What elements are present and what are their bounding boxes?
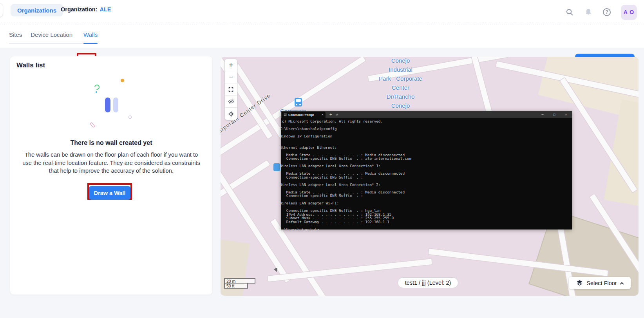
map-controls: + −: [224, 59, 237, 120]
draw-a-wall-button[interactable]: Draw a Wall: [89, 186, 130, 200]
bus-stop-icon: [295, 98, 302, 107]
terminal-window-controls: ─ □ ✕: [537, 111, 572, 118]
organizations-button[interactable]: Organizations: [11, 4, 63, 16]
walls-list-panel: Walls list There is no wall created yet …: [10, 56, 213, 295]
illustration-green-swirl: [93, 83, 100, 90]
locate-button[interactable]: [225, 108, 237, 120]
tab-walls[interactable]: Walls: [83, 29, 98, 43]
zoom-in-button[interactable]: +: [225, 59, 237, 71]
tab-close-icon: ✕: [321, 113, 324, 116]
new-tab-icon: +: [329, 112, 332, 117]
tab-sites[interactable]: Sites: [9, 29, 22, 43]
terminal-output: (c) Microsoft Corporation. All rights re…: [281, 118, 572, 229]
terminal-titlebar: Command Prompt ✕ + ─ □ ✕: [281, 111, 572, 118]
zoom-out-button[interactable]: −: [225, 71, 237, 83]
terminal-tab: Command Prompt ✕: [282, 112, 326, 118]
sidebar-collapse-handle[interactable]: [0, 3, 3, 17]
header: Organizations Organization:ALE ? A O Sit…: [0, 0, 644, 48]
tab-row: Sites Device Location Walls Site: TO OV …: [0, 24, 644, 48]
illustration-purple-ring: [128, 116, 132, 119]
help-icon[interactable]: ?: [603, 8, 611, 16]
tab-device-location[interactable]: Device Location: [31, 29, 72, 43]
organization-indicator: Organization:ALE: [61, 6, 111, 13]
layers-icon: [576, 280, 583, 286]
illustration-blue-bar: [105, 98, 110, 112]
organization-value-link[interactable]: ALE: [99, 6, 111, 13]
map-street: [271, 219, 335, 296]
cmd-icon: [284, 113, 287, 116]
organization-label: Organization:: [61, 6, 97, 13]
terminal-tab-title: Command Prompt: [288, 113, 320, 117]
illustration-light-bar: [113, 98, 118, 112]
maximize-icon: □: [548, 111, 560, 118]
empty-state-title: There is no wall created yet: [10, 139, 212, 146]
map-scale-bar: 20 m 50 ft: [224, 278, 255, 289]
current-floor-badge: test1 / jjj (Level: 2): [398, 277, 458, 288]
select-floor-button[interactable]: Select Floor: [569, 277, 631, 289]
top-bar: Organizations Organization:ALE ? A O: [0, 0, 644, 24]
scale-metric: 20 m: [224, 278, 255, 284]
map-area-label: Conejo Industrial Park - Corporate Cente…: [368, 57, 433, 110]
user-avatar[interactable]: A O: [621, 5, 637, 20]
tab-strip: Sites Device Location Walls: [9, 29, 98, 44]
draw-wall-annotation-box: Draw a Wall: [87, 183, 132, 200]
notifications-bell-icon[interactable]: [584, 8, 593, 16]
select-floor-label: Select Floor: [586, 280, 617, 286]
close-icon: ✕: [560, 111, 572, 118]
map-canvas[interactable]: Conejo Industrial Park - Corporate Cente…: [221, 57, 639, 296]
chevron-up-icon: [620, 282, 624, 286]
floorplan-terminal-image: Command Prompt ✕ + ─ □ ✕ (c) Microsoft C…: [281, 111, 572, 229]
illustration-pink-pen: [90, 122, 95, 128]
transit-stop-icon: [273, 163, 280, 171]
tab-dropdown-chevron-icon: [336, 113, 338, 116]
empty-state-description: The walls can be drawn on the floor plan…: [20, 151, 203, 175]
terminal-output-text: (c) Microsoft Corporation. All rights re…: [281, 119, 572, 229]
illustration-orange-dot: [121, 79, 124, 82]
empty-state-illustration: [10, 56, 212, 295]
minimize-icon: ─: [537, 111, 548, 118]
scale-imperial: 50 ft: [224, 284, 248, 289]
search-icon[interactable]: [565, 8, 574, 16]
fullscreen-button[interactable]: [225, 83, 237, 96]
hide-layer-eye-off-button[interactable]: [225, 96, 237, 108]
